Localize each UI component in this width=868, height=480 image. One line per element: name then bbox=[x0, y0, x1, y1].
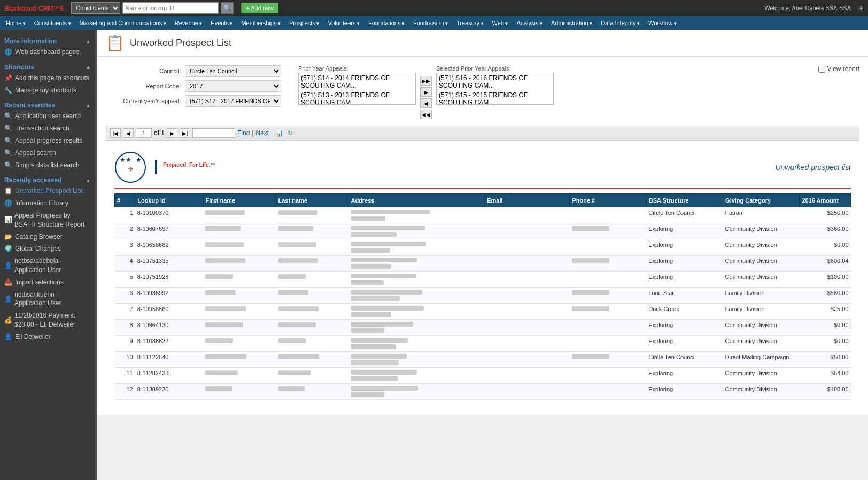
cell-phone bbox=[570, 336, 646, 352]
nav-item-marketing-and-communications[interactable]: Marketing and Communications bbox=[76, 18, 170, 28]
nav-item-web[interactable]: Web bbox=[489, 18, 512, 28]
nav-item-administration[interactable]: Administration bbox=[547, 18, 596, 28]
nav-item-constituents[interactable]: Constituents bbox=[30, 18, 75, 28]
prior-year-item-1[interactable]: (571) S14 - 2014 FRIENDS OF SCOUTING CAM… bbox=[299, 73, 415, 90]
report-area: ⚜ ★★ ★ Prepared. For Life.™ Unworked pro… bbox=[106, 141, 859, 406]
table-row: 8 8-10964130 Exploring Community Divisio… bbox=[115, 320, 851, 336]
refresh-icon[interactable]: ↻ bbox=[288, 129, 293, 137]
search-button[interactable]: 🔍 bbox=[221, 2, 234, 14]
report-code-label: Report Code: bbox=[106, 83, 181, 89]
cell-num: 12 bbox=[115, 384, 135, 400]
sidebar-item-catalog-browser[interactable]: 📂 Catalog Browser bbox=[0, 231, 95, 243]
nav-item-prospects[interactable]: Prospects bbox=[285, 18, 323, 28]
find-link[interactable]: Find bbox=[237, 129, 250, 137]
cell-fname bbox=[203, 288, 276, 304]
cell-address bbox=[348, 304, 485, 320]
selected-appeals-list[interactable]: (571) S16 - 2016 FRIENDS OF SCOUTING CAM… bbox=[436, 73, 554, 105]
sidebar-item-eli-detweiler[interactable]: 👤 Eli Detweiler bbox=[0, 331, 95, 343]
next-page-button[interactable]: ▶ bbox=[167, 128, 177, 138]
first-page-button[interactable]: |◀ bbox=[110, 128, 121, 138]
page-icon: 📋 bbox=[106, 34, 125, 52]
manage-shortcuts-icon: 🔧 bbox=[4, 86, 12, 95]
cell-bsa: Exploring bbox=[646, 256, 723, 272]
sidebar-item-add-shortcuts[interactable]: 📌 Add this page to shortcuts bbox=[0, 72, 95, 84]
user-icon-1: 👤 bbox=[4, 261, 12, 270]
view-report-checkbox[interactable] bbox=[818, 66, 825, 73]
sidebar-item-transaction-search[interactable]: 🔍 Transaction search bbox=[0, 122, 95, 135]
cell-fname bbox=[203, 239, 276, 256]
nav-item-events[interactable]: Events bbox=[207, 18, 236, 28]
sidebar-item-appeal-search[interactable]: 🔍 Appeal search bbox=[0, 147, 95, 159]
sidebar-item-appeal-progress[interactable]: 🔍 Appeal progress results bbox=[0, 135, 95, 147]
cell-fname bbox=[203, 368, 276, 384]
cell-lname bbox=[276, 272, 348, 288]
export-icon[interactable]: 📊 bbox=[275, 129, 283, 137]
cell-lookup: 8-10658682 bbox=[135, 239, 203, 256]
collapse-recently-accessed[interactable]: ▲ bbox=[86, 177, 91, 183]
sidebar-item-web-dashboard[interactable]: 🌐 Web dashboard pages bbox=[0, 46, 95, 58]
move-left-button[interactable]: ◀ bbox=[420, 98, 432, 108]
table-row: 1 8-10100370 Circle Ten Council Patron $… bbox=[115, 207, 851, 223]
nav-item-treasury[interactable]: Treasury bbox=[453, 18, 487, 28]
table-row: 3 8-10658682 Exploring Community Divisio… bbox=[115, 239, 851, 256]
cell-address bbox=[348, 272, 485, 288]
current-appeal-select[interactable]: (571) S17 - 2017 FRIENDS OF SCOU bbox=[185, 95, 281, 107]
nav-item-fundraising[interactable]: Fundraising bbox=[409, 18, 452, 28]
cell-num: 5 bbox=[115, 272, 135, 288]
page-of-text: of 1 bbox=[154, 129, 165, 137]
selected-appeal-item-1[interactable]: (571) S16 - 2016 FRIENDS OF SCOUTING CAM… bbox=[437, 73, 553, 90]
collapse-shortcuts[interactable]: ▲ bbox=[86, 64, 91, 70]
cell-phone bbox=[570, 320, 646, 336]
nav-item-workflow[interactable]: Workflow bbox=[645, 18, 680, 28]
prior-year-item-2[interactable]: (571) S13 - 2013 FRIENDS OF SCOUTING CAM… bbox=[299, 90, 415, 105]
last-page-button[interactable]: ▶| bbox=[180, 128, 190, 138]
sidebar-item-info-library[interactable]: 🌐 Information Library bbox=[0, 197, 95, 210]
sidebar-item-appeal-progress-report[interactable]: 📊 Appeal Progress by BSAFR Structure Rep… bbox=[0, 210, 95, 231]
current-appeal-row: Current year's appeal: (571) S17 - 2017 … bbox=[106, 95, 288, 107]
search-type-select[interactable]: Constituents bbox=[71, 2, 120, 14]
sidebar-item-payment[interactable]: 💰 11/28/2016 Payment: $20.00 - Eli Detwe… bbox=[0, 309, 95, 331]
find-input[interactable] bbox=[192, 128, 235, 138]
move-right-button[interactable]: ▶ bbox=[420, 87, 432, 97]
add-new-button[interactable]: + Add new bbox=[241, 3, 278, 13]
sidebar-item-import-selections[interactable]: 📥 Import selections bbox=[0, 276, 95, 289]
search-icon-3: 🔍 bbox=[4, 136, 12, 145]
svg-text:★★: ★★ bbox=[120, 156, 131, 164]
cell-phone bbox=[570, 288, 646, 304]
nav-item-analysis[interactable]: Analysis bbox=[513, 18, 546, 28]
cell-lookup: 8-11122640 bbox=[135, 352, 203, 368]
collapse-recent-searches[interactable]: ▲ bbox=[86, 103, 91, 109]
nav-item-memberships[interactable]: Memberships bbox=[237, 18, 284, 28]
cell-email bbox=[485, 368, 570, 384]
sidebar-item-netbsa-adebela[interactable]: 👤 netbsa\adebela - Application User bbox=[0, 255, 95, 276]
collapse-more-info[interactable]: ▲ bbox=[86, 38, 91, 44]
sidebar-item-manage-shortcuts[interactable]: 🔧 Manage my shortcuts bbox=[0, 84, 95, 97]
selected-appeal-item-2[interactable]: (571) S15 - 2015 FRIENDS OF SCOUTING CAM… bbox=[437, 90, 553, 105]
grid-icon[interactable]: ⊞ bbox=[858, 4, 864, 12]
nav-item-home[interactable]: Home bbox=[2, 18, 29, 28]
nav-item-volunteers[interactable]: Volunteers bbox=[324, 18, 363, 28]
search-input[interactable] bbox=[122, 2, 219, 14]
cell-amount: $180.00 bbox=[800, 384, 851, 400]
report-code-select[interactable]: 2017 bbox=[185, 80, 281, 92]
sidebar-item-global-changes[interactable]: 🌍 Global Changes bbox=[0, 243, 95, 255]
page-number-input[interactable] bbox=[136, 128, 152, 138]
nav-item-data-integrity[interactable]: Data Integrity bbox=[597, 18, 644, 28]
sidebar-item-app-user-search[interactable]: 🔍 Application user search bbox=[0, 110, 95, 122]
sidebar-item-unworked-prospect[interactable]: 📋 Unworked Prospect List bbox=[0, 185, 95, 197]
council-select[interactable]: Circle Ten Council bbox=[185, 65, 281, 77]
nav-item-revenue[interactable]: Revenue bbox=[171, 18, 206, 28]
prior-year-list[interactable]: (571) S14 - 2014 FRIENDS OF SCOUTING CAM… bbox=[298, 73, 416, 105]
next-link[interactable]: Next bbox=[255, 129, 269, 137]
sidebar-item-simple-data-list[interactable]: 🔍 Simple data list search bbox=[0, 159, 95, 172]
move-all-right-button[interactable]: ▶▶ bbox=[420, 76, 432, 86]
appeals-section: Prior Year Appeals: (571) S14 - 2014 FRI… bbox=[298, 65, 554, 119]
selected-appeals-box: Selected Prior Year Appeals: (571) S16 -… bbox=[436, 65, 554, 105]
move-all-left-button[interactable]: ◀◀ bbox=[420, 110, 432, 119]
table-row: 2 8-10607697 Exploring Community Divisio… bbox=[115, 223, 851, 239]
cell-lname bbox=[276, 207, 348, 223]
sidebar-item-netbsa-jkuehn[interactable]: 👤 netbsa\jkuehn - Application User bbox=[0, 289, 95, 310]
cell-bsa: Exploring bbox=[646, 384, 723, 400]
nav-item-foundations[interactable]: Foundations bbox=[365, 18, 408, 28]
prev-page-button[interactable]: ◀ bbox=[123, 128, 134, 138]
